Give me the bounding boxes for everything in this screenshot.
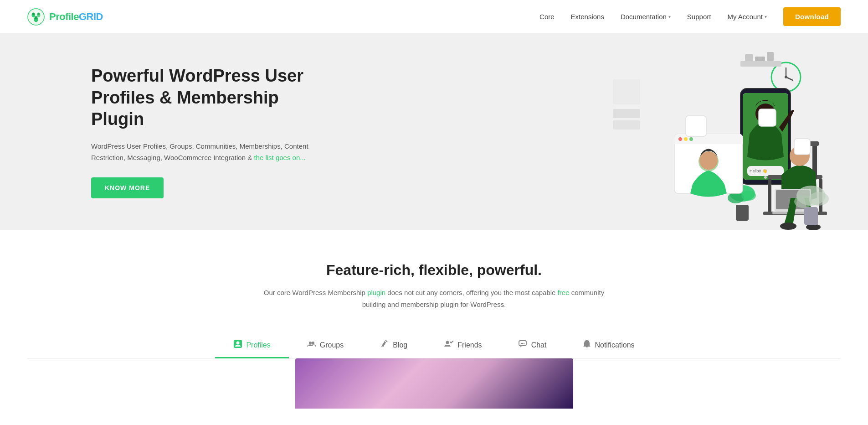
- svg-point-61: [312, 342, 314, 344]
- tab-blog[interactable]: Blog: [362, 333, 426, 358]
- tab-profiles-label: Profiles: [246, 341, 270, 349]
- svg-point-4: [32, 12, 35, 15]
- svg-point-65: [520, 343, 521, 344]
- features-subtitle: Our core WordPress Membership plugin doe…: [257, 287, 612, 310]
- download-button[interactable]: Download: [783, 7, 841, 26]
- hero-illustration: Hello!! 👋: [604, 43, 832, 230]
- svg-point-20: [728, 192, 744, 203]
- nav-core[interactable]: Core: [539, 13, 555, 21]
- profiles-icon: [233, 339, 242, 351]
- nav-documentation[interactable]: Documentation ▾: [621, 13, 671, 21]
- tab-profiles[interactable]: Profiles: [215, 333, 288, 358]
- svg-point-59: [236, 342, 240, 345]
- hero-subtitle-link[interactable]: the list goes on...: [254, 154, 305, 161]
- tab-blog-label: Blog: [393, 341, 407, 349]
- svg-point-49: [780, 223, 796, 230]
- nav-support[interactable]: Support: [687, 13, 711, 21]
- features-plugin-link[interactable]: plugin: [367, 289, 385, 296]
- chevron-down-icon: ▾: [668, 14, 671, 19]
- main-nav: Core Extensions Documentation ▾ Support …: [539, 7, 841, 26]
- svg-rect-57: [794, 139, 810, 155]
- features-free-link[interactable]: free: [558, 289, 570, 296]
- nav-my-account[interactable]: My Account ▾: [727, 13, 767, 21]
- hero-section: Powerful WordPress User Profiles & Membe…: [0, 34, 868, 230]
- svg-point-21: [741, 191, 756, 201]
- groups-icon: [307, 339, 316, 351]
- tab-notifications-label: Notifications: [595, 341, 634, 349]
- svg-point-13: [785, 76, 787, 78]
- svg-point-5: [37, 12, 40, 15]
- svg-rect-7: [613, 79, 640, 104]
- friends-icon: [444, 339, 454, 351]
- notifications-icon: [583, 339, 591, 351]
- svg-text:Hello!! 👋: Hello!! 👋: [750, 168, 768, 174]
- svg-rect-15: [745, 54, 753, 61]
- svg-rect-39: [768, 179, 771, 215]
- svg-point-34: [684, 137, 688, 141]
- logo[interactable]: ProfileGRID: [27, 8, 103, 26]
- svg-rect-14: [740, 61, 781, 67]
- preview-image: [295, 358, 573, 409]
- preview-area: [27, 358, 841, 409]
- svg-point-28: [764, 176, 767, 179]
- chat-icon: [519, 339, 528, 351]
- tab-friends-label: Friends: [457, 341, 482, 349]
- svg-point-33: [678, 137, 682, 141]
- features-section: Feature-rich, flexible, powerful. Our co…: [0, 230, 868, 422]
- svg-rect-18: [736, 205, 749, 221]
- tab-notifications[interactable]: Notifications: [565, 333, 652, 358]
- site-header: ProfileGRID Core Extensions Documentatio…: [0, 0, 868, 34]
- svg-rect-55: [686, 116, 706, 136]
- svg-rect-56: [759, 109, 776, 126]
- chevron-down-icon: ▾: [765, 14, 767, 19]
- tab-chat[interactable]: Chat: [500, 333, 565, 358]
- tab-friends[interactable]: Friends: [426, 333, 500, 358]
- svg-point-66: [522, 343, 523, 344]
- blog-icon: [380, 339, 389, 351]
- svg-point-35: [689, 137, 693, 141]
- svg-rect-17: [767, 52, 774, 61]
- svg-point-37: [699, 151, 718, 170]
- svg-rect-51: [804, 207, 818, 225]
- svg-point-60: [309, 342, 312, 344]
- hero-illustration-svg: Hello!! 👋: [604, 43, 832, 230]
- hero-title: Powerful WordPress User Profiles & Membe…: [91, 65, 319, 130]
- features-tabs: Profiles Groups Blog: [27, 333, 841, 358]
- features-title: Feature-rich, flexible, powerful.: [27, 262, 841, 279]
- svg-rect-9: [613, 120, 640, 130]
- svg-rect-8: [613, 109, 640, 118]
- nav-extensions[interactable]: Extensions: [571, 13, 604, 21]
- svg-point-67: [523, 343, 524, 344]
- svg-point-63: [446, 341, 449, 344]
- tab-chat-label: Chat: [531, 341, 547, 349]
- svg-point-6: [35, 16, 38, 19]
- svg-line-62: [385, 340, 387, 342]
- svg-rect-16: [755, 57, 765, 61]
- tab-groups[interactable]: Groups: [289, 333, 362, 358]
- logo-icon: [27, 8, 45, 26]
- know-more-button[interactable]: KNOW MORE: [91, 177, 164, 198]
- hero-content: Powerful WordPress User Profiles & Membe…: [91, 65, 319, 198]
- svg-point-54: [809, 192, 829, 206]
- hero-subtitle: WordPress User Profiles, Groups, Communi…: [91, 140, 319, 164]
- logo-text: ProfileGRID: [49, 11, 103, 23]
- tab-groups-label: Groups: [320, 341, 344, 349]
